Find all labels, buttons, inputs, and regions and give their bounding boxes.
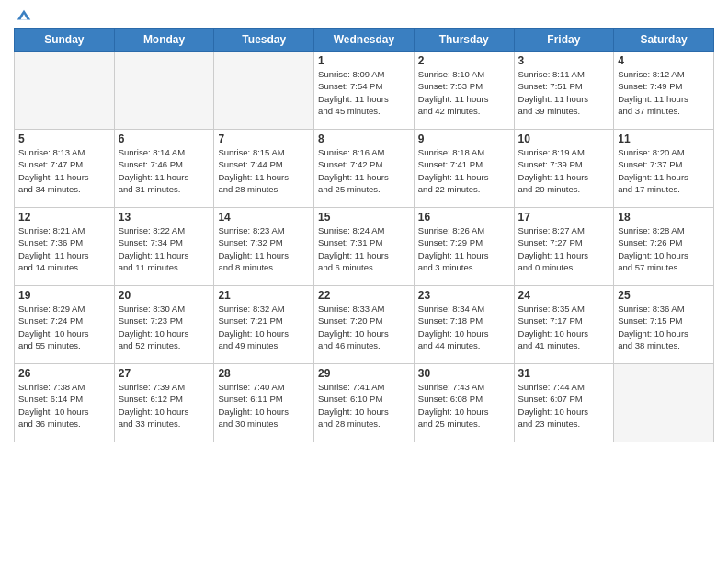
calendar-day: [614, 364, 714, 442]
weekday-header-tuesday: Tuesday: [214, 29, 314, 52]
day-info: Sunrise: 8:11 AM Sunset: 7:51 PM Dayligh…: [518, 68, 610, 117]
weekday-header-wednesday: Wednesday: [314, 29, 415, 52]
day-number: 25: [618, 289, 710, 302]
weekday-header-sunday: Sunday: [15, 29, 115, 52]
day-info: Sunrise: 8:33 AM Sunset: 7:20 PM Dayligh…: [318, 303, 410, 351]
day-info: Sunrise: 8:32 AM Sunset: 7:21 PM Dayligh…: [218, 303, 310, 351]
day-number: 31: [518, 367, 610, 380]
calendar-day: 17Sunrise: 8:27 AM Sunset: 7:27 PM Dayli…: [514, 208, 614, 286]
day-number: 16: [418, 211, 510, 224]
calendar-day: 8Sunrise: 8:16 AM Sunset: 7:42 PM Daylig…: [314, 130, 415, 208]
calendar-day: 23Sunrise: 8:34 AM Sunset: 7:18 PM Dayli…: [414, 286, 514, 364]
calendar-day: 5Sunrise: 8:13 AM Sunset: 7:47 PM Daylig…: [15, 130, 115, 208]
day-info: Sunrise: 7:44 AM Sunset: 6:07 PM Dayligh…: [518, 381, 610, 430]
calendar-day: 30Sunrise: 7:43 AM Sunset: 6:08 PM Dayli…: [414, 364, 514, 442]
calendar-day: [214, 52, 314, 130]
day-info: Sunrise: 8:24 AM Sunset: 7:31 PM Dayligh…: [318, 224, 410, 273]
day-info: Sunrise: 7:39 AM Sunset: 6:12 PM Dayligh…: [119, 381, 210, 430]
calendar-day: 21Sunrise: 8:32 AM Sunset: 7:21 PM Dayli…: [214, 286, 314, 364]
day-number: 2: [418, 54, 510, 67]
day-info: Sunrise: 8:13 AM Sunset: 7:47 PM Dayligh…: [18, 146, 110, 195]
calendar-day: 16Sunrise: 8:26 AM Sunset: 7:29 PM Dayli…: [414, 208, 514, 286]
calendar-day: 19Sunrise: 8:29 AM Sunset: 7:24 PM Dayli…: [15, 286, 115, 364]
calendar-day: 18Sunrise: 8:28 AM Sunset: 7:26 PM Dayli…: [614, 208, 714, 286]
day-number: 26: [18, 367, 110, 380]
calendar-day: [114, 52, 214, 130]
day-info: Sunrise: 8:19 AM Sunset: 7:39 PM Dayligh…: [518, 146, 610, 195]
calendar-day: 1Sunrise: 8:09 AM Sunset: 7:54 PM Daylig…: [314, 52, 415, 130]
calendar-day: 10Sunrise: 8:19 AM Sunset: 7:39 PM Dayli…: [514, 130, 614, 208]
day-number: 12: [18, 211, 110, 224]
day-number: 24: [518, 289, 610, 302]
logo: [14, 9, 32, 24]
day-info: Sunrise: 8:27 AM Sunset: 7:27 PM Dayligh…: [518, 224, 610, 273]
calendar-day: 15Sunrise: 8:24 AM Sunset: 7:31 PM Dayli…: [314, 208, 415, 286]
day-info: Sunrise: 8:15 AM Sunset: 7:44 PM Dayligh…: [218, 146, 310, 195]
day-info: Sunrise: 8:21 AM Sunset: 7:36 PM Dayligh…: [18, 224, 110, 273]
day-info: Sunrise: 7:41 AM Sunset: 6:10 PM Dayligh…: [318, 381, 410, 430]
weekday-header-monday: Monday: [114, 29, 214, 52]
weekday-header-row: SundayMondayTuesdayWednesdayThursdayFrid…: [15, 29, 714, 52]
day-info: Sunrise: 8:35 AM Sunset: 7:17 PM Dayligh…: [518, 303, 610, 351]
day-number: 3: [518, 54, 610, 67]
day-number: 8: [318, 132, 410, 145]
day-number: 4: [618, 54, 710, 67]
day-number: 29: [318, 367, 410, 380]
calendar-day: 12Sunrise: 8:21 AM Sunset: 7:36 PM Dayli…: [15, 208, 115, 286]
day-number: 19: [18, 289, 110, 302]
calendar-week-1: 1Sunrise: 8:09 AM Sunset: 7:54 PM Daylig…: [15, 52, 714, 130]
calendar-day: 6Sunrise: 8:14 AM Sunset: 7:46 PM Daylig…: [114, 130, 214, 208]
day-number: 14: [218, 211, 310, 224]
day-number: 22: [318, 289, 410, 302]
day-info: Sunrise: 8:12 AM Sunset: 7:49 PM Dayligh…: [618, 68, 710, 117]
calendar-day: 11Sunrise: 8:20 AM Sunset: 7:37 PM Dayli…: [614, 130, 714, 208]
day-number: 9: [418, 132, 510, 145]
day-number: 17: [518, 211, 610, 224]
day-number: 7: [218, 132, 310, 145]
page-header: [14, 9, 714, 24]
day-number: 1: [318, 54, 410, 67]
day-number: 15: [318, 211, 410, 224]
calendar-day: 25Sunrise: 8:36 AM Sunset: 7:15 PM Dayli…: [614, 286, 714, 364]
calendar-day: 28Sunrise: 7:40 AM Sunset: 6:11 PM Dayli…: [214, 364, 314, 442]
day-info: Sunrise: 8:16 AM Sunset: 7:42 PM Dayligh…: [318, 146, 410, 195]
calendar-day: 31Sunrise: 7:44 AM Sunset: 6:07 PM Dayli…: [514, 364, 614, 442]
calendar-day: 9Sunrise: 8:18 AM Sunset: 7:41 PM Daylig…: [414, 130, 514, 208]
day-number: 28: [218, 367, 310, 380]
day-info: Sunrise: 8:23 AM Sunset: 7:32 PM Dayligh…: [218, 224, 310, 273]
calendar-day: 20Sunrise: 8:30 AM Sunset: 7:23 PM Dayli…: [114, 286, 214, 364]
calendar-week-4: 19Sunrise: 8:29 AM Sunset: 7:24 PM Dayli…: [15, 286, 714, 364]
calendar-week-2: 5Sunrise: 8:13 AM Sunset: 7:47 PM Daylig…: [15, 130, 714, 208]
weekday-header-saturday: Saturday: [614, 29, 714, 52]
day-info: Sunrise: 8:29 AM Sunset: 7:24 PM Dayligh…: [18, 303, 110, 351]
day-number: 27: [119, 367, 210, 380]
day-info: Sunrise: 7:43 AM Sunset: 6:08 PM Dayligh…: [418, 381, 510, 430]
day-info: Sunrise: 8:36 AM Sunset: 7:15 PM Dayligh…: [618, 303, 710, 351]
day-number: 30: [418, 367, 510, 380]
day-info: Sunrise: 8:09 AM Sunset: 7:54 PM Dayligh…: [318, 68, 410, 117]
weekday-header-friday: Friday: [514, 29, 614, 52]
logo-icon: [16, 7, 32, 24]
calendar-table: SundayMondayTuesdayWednesdayThursdayFrid…: [14, 28, 714, 442]
day-number: 20: [119, 289, 210, 302]
calendar-day: 29Sunrise: 7:41 AM Sunset: 6:10 PM Dayli…: [314, 364, 415, 442]
weekday-header-thursday: Thursday: [414, 29, 514, 52]
calendar-day: 3Sunrise: 8:11 AM Sunset: 7:51 PM Daylig…: [514, 52, 614, 130]
day-number: 10: [518, 132, 610, 145]
day-info: Sunrise: 7:38 AM Sunset: 6:14 PM Dayligh…: [18, 381, 110, 430]
calendar-day: 14Sunrise: 8:23 AM Sunset: 7:32 PM Dayli…: [214, 208, 314, 286]
day-number: 6: [119, 132, 210, 145]
calendar-week-5: 26Sunrise: 7:38 AM Sunset: 6:14 PM Dayli…: [15, 364, 714, 442]
calendar-day: 13Sunrise: 8:22 AM Sunset: 7:34 PM Dayli…: [114, 208, 214, 286]
day-number: 18: [618, 211, 710, 224]
day-number: 23: [418, 289, 510, 302]
day-info: Sunrise: 8:14 AM Sunset: 7:46 PM Dayligh…: [119, 146, 210, 195]
day-info: Sunrise: 8:10 AM Sunset: 7:53 PM Dayligh…: [418, 68, 510, 117]
day-info: Sunrise: 8:22 AM Sunset: 7:34 PM Dayligh…: [119, 224, 210, 273]
day-info: Sunrise: 8:30 AM Sunset: 7:23 PM Dayligh…: [119, 303, 210, 351]
calendar-day: 22Sunrise: 8:33 AM Sunset: 7:20 PM Dayli…: [314, 286, 415, 364]
day-info: Sunrise: 8:28 AM Sunset: 7:26 PM Dayligh…: [618, 224, 710, 273]
calendar-day: [15, 52, 115, 130]
day-number: 11: [618, 132, 710, 145]
calendar-day: 24Sunrise: 8:35 AM Sunset: 7:17 PM Dayli…: [514, 286, 614, 364]
